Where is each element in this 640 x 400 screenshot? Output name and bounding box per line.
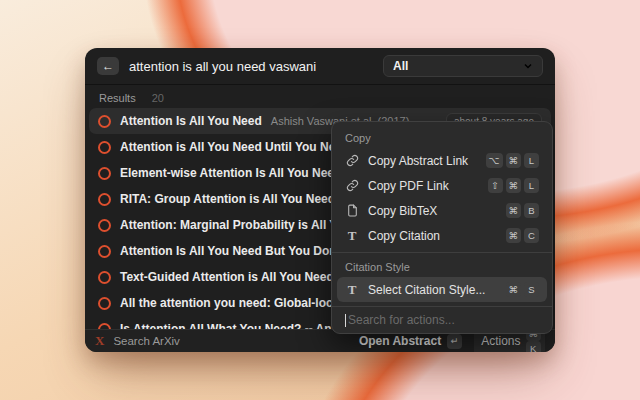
search-bar: ← attention is all you need vaswani All [85, 48, 555, 85]
paper-icon [98, 115, 111, 128]
paper-icon [98, 219, 111, 232]
paper-icon [98, 141, 111, 154]
paper-icon [98, 245, 111, 258]
arxiv-logo-icon: X [95, 333, 104, 349]
paper-title: Element-wise Attention Is All You Need [120, 166, 341, 180]
menu-item-shortcut: ⌘S [506, 282, 540, 297]
keycap: ⌘ [506, 282, 522, 297]
back-button[interactable]: ← [97, 57, 119, 75]
menu-item-label: Copy Abstract Link [368, 154, 468, 168]
menu-item-shortcut: ⌘C [506, 228, 540, 243]
menu-item-label: Copy BibTeX [368, 204, 437, 218]
link-icon [345, 179, 359, 193]
keycap: ⌘ [506, 203, 522, 218]
menu-item-label: Select Citation Style... [368, 283, 485, 297]
keycap: ⌘ [506, 228, 522, 243]
keycap: ⇧ [488, 178, 503, 193]
paper-icon [98, 297, 111, 310]
actions-search-input[interactable]: Search for actions... [332, 306, 552, 333]
text-icon: T [345, 229, 359, 243]
file-icon [345, 204, 359, 218]
link-icon [345, 154, 359, 168]
actions-search-placeholder: Search for actions... [348, 313, 455, 327]
menu-item-shortcut: ⌘B [506, 203, 540, 218]
text-caret [345, 314, 346, 327]
enter-key-icon: ↵ [447, 334, 462, 349]
keycap: L [524, 153, 539, 168]
menu-item-select-citation-style[interactable]: TSelect Citation Style...⌘S [337, 277, 547, 302]
text-icon: T [345, 283, 359, 297]
keycap: C [524, 228, 539, 243]
keycap: B [524, 203, 539, 218]
search-input[interactable]: attention is all you need vaswani [129, 59, 316, 74]
menu-item-label: Copy PDF Link [368, 179, 449, 193]
menu-divider [332, 252, 552, 253]
keycap: ⌘ [506, 178, 522, 193]
category-dropdown-value: All [393, 59, 408, 73]
menu-item-copy-abstract-link[interactable]: Copy Abstract Link⌥⌘L [337, 148, 547, 173]
keycap: ⌘ [506, 153, 522, 168]
chevron-down-icon [523, 61, 533, 71]
menu-item-copy-pdf-link[interactable]: Copy PDF Link⇧⌘L [337, 173, 547, 198]
launcher-window: ← attention is all you need vaswani All … [85, 48, 555, 352]
menu-section-header: Citation Style [337, 255, 547, 277]
paper-icon [98, 193, 111, 206]
menu-item-copy-citation[interactable]: TCopy Citation⌘C [337, 223, 547, 248]
paper-title: Attention Is All You Need [120, 114, 262, 128]
results-count: 20 [152, 92, 164, 104]
menu-item-label: Copy Citation [368, 229, 440, 243]
open-abstract-button[interactable]: Open Abstract ↵ [359, 334, 462, 349]
results-header: Results 20 [85, 87, 555, 108]
keycap: S [524, 282, 539, 297]
keycap: ⌥ [486, 153, 503, 168]
results-label: Results [99, 92, 136, 104]
menu-item-copy-bibtex[interactable]: Copy BibTeX⌘B [337, 198, 547, 223]
keycap: K [526, 341, 542, 352]
actions-menu: CopyCopy Abstract Link⌥⌘LCopy PDF Link⇧⌘… [331, 121, 553, 334]
paper-icon [98, 167, 111, 180]
app-label: Search ArXiv [113, 335, 179, 347]
paper-icon [98, 271, 111, 284]
keycap: L [524, 178, 539, 193]
menu-section-header: Copy [337, 126, 547, 148]
menu-item-shortcut: ⇧⌘L [488, 178, 540, 193]
category-dropdown[interactable]: All [383, 55, 543, 77]
menu-item-shortcut: ⌥⌘L [486, 153, 539, 168]
